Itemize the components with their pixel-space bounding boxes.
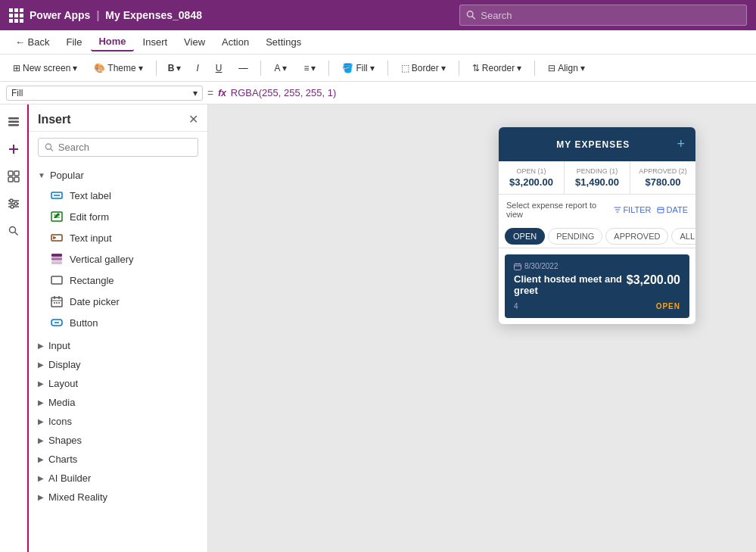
menu-settings[interactable]: Settings (258, 33, 309, 51)
strikethrough-icon: — (238, 63, 247, 73)
tab-open[interactable]: OPEN (505, 228, 545, 245)
panel-header: Insert ✕ (29, 104, 207, 132)
popular-chevron: ▼ (38, 171, 45, 179)
rectangle-item[interactable]: Rectangle (29, 270, 207, 291)
layout-category-header[interactable]: ▶ Layout (29, 374, 207, 393)
font-size-button[interactable]: A ▾ (267, 60, 294, 76)
filter-button[interactable]: FILTER (614, 205, 651, 214)
strikethrough-button[interactable]: — (232, 60, 254, 76)
canvas-area[interactable]: MY EXPENSES + OPEN (1) $3,200.00 PENDING… (208, 104, 756, 552)
theme-button[interactable]: 🎨 Theme ▾ (87, 60, 149, 76)
svg-point-38 (56, 302, 58, 304)
icons-label: Icons (48, 416, 72, 427)
align-objects-icon: ⊟ (548, 63, 555, 73)
top-bar: Power Apps | My Expenses_0848 (0, 0, 756, 30)
date-button[interactable]: DATE (657, 205, 688, 214)
display-category-header[interactable]: ▶ Display (29, 355, 207, 374)
reorder-button[interactable]: ⇅ Reorder ▾ (465, 60, 528, 76)
filter-row: Select expense report to view FILTER (499, 195, 695, 225)
align-text-button[interactable]: ≡ ▾ (297, 60, 322, 76)
sidebar-layers-icon[interactable] (2, 111, 25, 133)
theme-icon: 🎨 (94, 63, 105, 73)
bold-button[interactable]: B ▾ (163, 60, 187, 76)
italic-button[interactable]: I (189, 60, 205, 76)
app-preview-header: MY EXPENSES + (499, 127, 695, 161)
fx-button[interactable]: fx (218, 88, 226, 98)
edit-form-text: Edit form (70, 211, 109, 223)
panel-close-button[interactable]: ✕ (188, 112, 198, 126)
stat-pending: PENDING (1) $1,490.00 (565, 161, 630, 194)
media-category-header[interactable]: ▶ Media (29, 393, 207, 412)
expense-id: 4 (514, 302, 518, 310)
theme-chevron: ▾ (138, 63, 143, 73)
property-dropdown[interactable]: Fill ▾ (6, 86, 203, 101)
icons-category-header[interactable]: ▶ Icons (29, 412, 207, 431)
edit-form-item[interactable]: Edit form (29, 206, 207, 227)
date-picker-item[interactable]: Date picker (29, 291, 207, 312)
global-search-bar[interactable] (459, 5, 747, 26)
app-preview-title: MY EXPENSES (509, 139, 677, 150)
popular-category-header[interactable]: ▼ Popular (29, 166, 207, 185)
svg-rect-8 (14, 171, 19, 176)
text-input-icon (50, 231, 64, 245)
date-picker-text: Date picker (70, 296, 120, 307)
shapes-category-header[interactable]: ▶ Shapes (29, 431, 207, 450)
menu-home[interactable]: Home (91, 33, 133, 51)
media-chevron: ▶ (38, 398, 44, 407)
menu-action[interactable]: Action (214, 33, 257, 51)
mixed-reality-category-header[interactable]: ▶ Mixed Reality (29, 488, 207, 507)
search-input[interactable] (481, 10, 740, 21)
expense-name: Client hosted meet and greet (514, 273, 627, 296)
panel-search-bar[interactable] (38, 138, 198, 157)
display-chevron: ▶ (38, 360, 44, 369)
svg-rect-30 (51, 257, 62, 260)
svg-point-16 (11, 205, 14, 208)
svg-rect-2 (8, 117, 19, 120)
app-add-button[interactable]: + (677, 136, 685, 152)
tab-approved[interactable]: APPROVED (605, 228, 668, 245)
formula-value[interactable]: RGBA(255, 255, 255, 1) (231, 87, 336, 98)
new-screen-chevron: ▾ (73, 63, 77, 73)
expense-item[interactable]: 8/30/2022 Client hosted meet and greet $… (505, 254, 689, 318)
border-label: Border (412, 63, 439, 73)
expense-main-row: Client hosted meet and greet $3,200.00 (514, 273, 680, 296)
underline-button[interactable]: U (209, 60, 229, 76)
menu-view[interactable]: View (176, 33, 213, 51)
svg-rect-10 (14, 177, 19, 182)
expense-amount: $3,200.00 (627, 273, 680, 287)
svg-point-14 (10, 199, 13, 202)
text-label-item[interactable]: Text label (29, 185, 207, 206)
sidebar-insert-icon[interactable] (2, 138, 25, 161)
svg-point-19 (45, 144, 51, 149)
menu-back[interactable]: ← Back (8, 33, 58, 51)
fill-button[interactable]: 🪣 Fill ▾ (335, 60, 381, 76)
align-label: Align (558, 63, 578, 73)
reorder-label: Reorder (482, 63, 515, 73)
stat-approved-value: $780.00 (635, 176, 691, 188)
border-button[interactable]: ⬚ Border ▾ (394, 60, 453, 76)
tab-pending[interactable]: PENDING (548, 228, 602, 245)
sidebar-controls-icon[interactable] (2, 192, 25, 215)
title-separator: | (96, 9, 99, 21)
align-button[interactable]: ⊟ Align ▾ (541, 60, 592, 76)
sidebar-gallery-icon[interactable] (2, 165, 25, 188)
panel-search-icon (45, 142, 54, 152)
ai-builder-category-header[interactable]: ▶ AI Builder (29, 469, 207, 488)
fill-chevron: ▾ (370, 63, 375, 73)
vertical-gallery-item[interactable]: Vertical gallery (29, 248, 207, 270)
menu-file[interactable]: File (59, 33, 90, 51)
text-input-item[interactable]: Text input (29, 227, 207, 248)
menu-insert[interactable]: Insert (135, 33, 176, 51)
media-label: Media (48, 397, 75, 408)
charts-category-header[interactable]: ▶ Charts (29, 450, 207, 469)
new-screen-button[interactable]: ⊞ New screen ▾ (6, 60, 84, 76)
stat-open-value: $3,200.00 (503, 176, 559, 188)
sidebar-search-icon[interactable] (2, 220, 25, 242)
text-label-icon (50, 189, 64, 202)
button-item[interactable]: Button (29, 312, 207, 333)
tab-all[interactable]: ALL (671, 228, 695, 245)
input-category-header[interactable]: ▶ Input (29, 336, 207, 355)
svg-rect-42 (658, 207, 664, 213)
input-label: Input (48, 340, 70, 351)
panel-search-input[interactable] (58, 142, 191, 153)
